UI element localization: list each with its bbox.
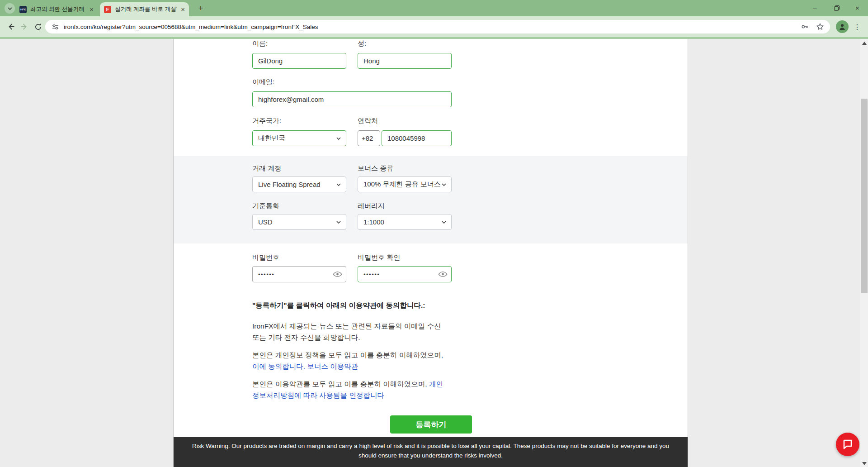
star-icon: [816, 23, 824, 31]
leverage-select[interactable]: 1:1000: [358, 214, 452, 230]
terms-paragraph-news: IronFX에서 제공되는 뉴스 또는 관련된 자료들의 이메일 수신 또는 기…: [252, 320, 450, 343]
last-name-label: 성:: [358, 39, 366, 48]
url-text[interactable]: ironfx.com/ko/register?utm_source=005688…: [64, 24, 801, 30]
register-form-column: 이름: 성: 이메일: 거주국가: 연락처 대한민국 거래 계정 보너스 종류 …: [173, 39, 688, 467]
tab-close-icon[interactable]: ×: [181, 6, 185, 13]
terms-p2-text: 본인은 개인정보 정책을 모두 읽고 이를 충분히 이해하였으며,: [252, 351, 443, 359]
tab-title: 실거래 계좌를 바로 개설할 수: [115, 5, 177, 13]
terms-heading: "등록하기"를 클릭하여 아래의 이용약관에 동의합니다.:: [252, 301, 425, 310]
terms-p3-text: 본인은 이용약관를 모두 읽고 이를 충분히 이해하였으며,: [252, 380, 429, 388]
back-icon: [6, 22, 15, 31]
restore-icon: [834, 5, 839, 10]
password-input[interactable]: [252, 266, 346, 282]
password-confirm-label: 비밀번호 확인: [358, 253, 400, 262]
password-label: 비밀번호: [252, 253, 279, 262]
scroll-up-arrow-icon[interactable]: [862, 42, 867, 45]
password-visibility-toggle[interactable]: [333, 270, 342, 281]
browser-window: HFX 최고의 외환 선물거래 브로커 × F 실거래 계좌를 바로 개설할 수…: [0, 0, 868, 467]
password-confirm-input[interactable]: [358, 266, 452, 282]
page-content: 이름: 성: 이메일: 거주국가: 연락처 대한민국 거래 계정 보너스 종류 …: [0, 39, 868, 467]
first-name-input[interactable]: [252, 53, 346, 69]
chevron-down-icon: [441, 182, 447, 187]
scroll-down-arrow-icon[interactable]: [862, 462, 867, 465]
terms-p1-text: IronFX에서 제공되는 뉴스 또는 관련된 자료들의 이메일 수신 또는 기…: [252, 322, 441, 341]
base-currency-select[interactable]: USD: [252, 214, 346, 230]
window-controls: – ×: [804, 0, 868, 15]
chevron-down-icon: [441, 219, 447, 225]
risk-warning-bar: Risk Warning: Our products are traded on…: [174, 437, 688, 467]
phone-label: 연락처: [358, 117, 378, 125]
window-restore-button[interactable]: [826, 0, 847, 15]
live-chat-button[interactable]: [836, 433, 859, 456]
chat-bubble-icon: [842, 438, 854, 450]
account-type-value: Live Floating Spread: [258, 181, 321, 188]
window-close-button[interactable]: ×: [847, 0, 868, 15]
leverage-label: 레버리지: [358, 202, 385, 210]
site-info-icon[interactable]: [52, 23, 59, 31]
tab-hfx[interactable]: HFX 최고의 외환 선물거래 브로커 ×: [15, 2, 98, 16]
bookmark-star-button[interactable]: [816, 23, 824, 31]
chevron-down-icon: [7, 6, 13, 11]
person-icon: [838, 23, 846, 31]
eye-icon: [438, 270, 448, 279]
account-settings-section: [174, 156, 688, 243]
last-name-input[interactable]: [358, 53, 452, 69]
terms-paragraph-policy: 본인은 이용약관를 모두 읽고 이를 충분히 이해하였으며, 개인정보처리방침에…: [252, 378, 450, 401]
forward-button[interactable]: [19, 21, 30, 32]
browser-toolbar: ironfx.com/ko/register?utm_source=005688…: [0, 16, 868, 37]
new-tab-button[interactable]: +: [195, 2, 207, 14]
leverage-value: 1:1000: [363, 218, 384, 226]
base-currency-value: USD: [258, 218, 273, 226]
chevron-down-icon: [336, 182, 341, 187]
tab-title: 최고의 외환 선물거래 브로커: [30, 5, 85, 13]
password-confirm-field: [358, 266, 452, 282]
window-minimize-button[interactable]: –: [804, 0, 826, 15]
country-select-value: 대한민국: [258, 134, 285, 143]
risk-warning-text: Risk Warning: Our products are traded on…: [183, 442, 678, 467]
country-select[interactable]: 대한민국: [252, 130, 346, 146]
scrollbar-thumb[interactable]: [861, 99, 868, 293]
register-button[interactable]: 등록하기: [390, 415, 472, 434]
base-currency-label: 기준통화: [252, 202, 279, 210]
browser-menu-button[interactable]: ⋮: [853, 21, 862, 32]
key-icon: [801, 23, 809, 31]
terms-paragraph-privacy: 본인은 개인정보 정책을 모두 읽고 이를 충분히 이해하였으며, 이에 동의합…: [252, 349, 450, 372]
bonus-type-select[interactable]: 100% 무제한 공유 보너스: [358, 176, 452, 192]
forward-icon: [20, 22, 29, 31]
bonus-type-value: 100% 무제한 공유 보너스: [363, 180, 441, 189]
password-field: [252, 266, 346, 282]
profile-avatar[interactable]: [836, 20, 849, 33]
consent-link[interactable]: 이에 동의합니다.: [252, 362, 305, 370]
tab-close-icon[interactable]: ×: [90, 6, 94, 13]
tab-ironfx-register[interactable]: F 실거래 계좌를 바로 개설할 수 ×: [100, 2, 189, 16]
bonus-terms-link[interactable]: 보너스 이용약관: [307, 362, 358, 370]
chevron-down-icon: [336, 219, 341, 225]
back-button[interactable]: [5, 21, 16, 32]
phone-code-input[interactable]: [358, 130, 380, 146]
reload-button[interactable]: [33, 21, 43, 32]
tab-strip: HFX 최고의 외환 선물거래 브로커 × F 실거래 계좌를 바로 개설할 수…: [0, 0, 868, 16]
phone-number-input[interactable]: [382, 130, 452, 146]
tab-ironfx-favicon: F: [104, 6, 111, 13]
account-type-select[interactable]: Live Floating Spread: [252, 176, 346, 192]
page-scrollbar[interactable]: [860, 39, 868, 467]
tab-hfx-favicon: HFX: [19, 6, 27, 13]
tab-search-button[interactable]: [5, 3, 15, 14]
country-label: 거주국가:: [252, 117, 281, 125]
email-input[interactable]: [252, 91, 452, 107]
eye-icon: [333, 270, 342, 279]
first-name-label: 이름:: [252, 39, 268, 48]
password-key-button[interactable]: [801, 23, 809, 31]
bonus-type-label: 보너스 종류: [358, 164, 393, 173]
chevron-down-icon: [336, 136, 341, 141]
password-confirm-visibility-toggle[interactable]: [438, 270, 448, 281]
reload-icon: [34, 23, 42, 31]
account-type-label: 거래 계정: [252, 164, 281, 173]
url-bar[interactable]: ironfx.com/ko/register?utm_source=005688…: [45, 20, 830, 33]
email-label: 이메일:: [252, 78, 274, 86]
